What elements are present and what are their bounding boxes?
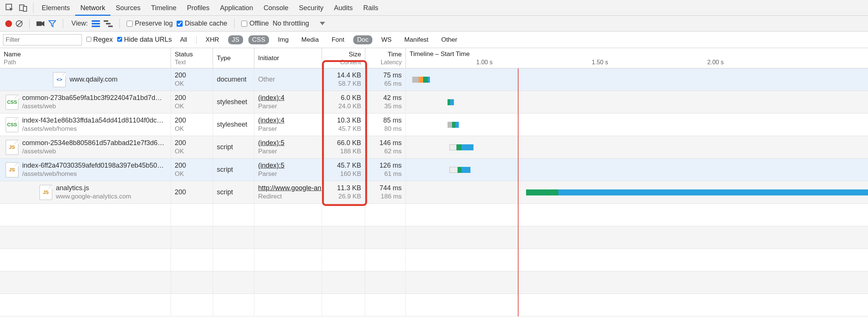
table-row[interactable]: JSanalytics.jswww.google-analytics.com20… bbox=[0, 181, 868, 204]
devtools-tabstrip: ElementsNetworkSourcesTimelineProfilesAp… bbox=[0, 0, 868, 16]
offline-checkbox[interactable]: Offline bbox=[241, 20, 269, 27]
hide-data-urls-checkbox[interactable]: Hide data URLs bbox=[117, 36, 172, 44]
divider bbox=[33, 3, 33, 13]
preserve-log-label: Preserve log bbox=[135, 20, 173, 27]
camera-icon[interactable] bbox=[36, 21, 45, 27]
cell-size: 14.4 KB58.7 KB bbox=[322, 68, 365, 91]
cell-type: script bbox=[213, 136, 254, 158]
filter-type-media[interactable]: Media bbox=[298, 35, 322, 44]
header-size[interactable]: Size Content bbox=[322, 48, 365, 68]
filter-input[interactable] bbox=[3, 34, 82, 45]
header-time[interactable]: Time Latency bbox=[365, 48, 406, 68]
filter-type-other[interactable]: Other bbox=[437, 35, 461, 44]
js-file-icon: JS bbox=[39, 185, 52, 200]
svg-rect-3 bbox=[36, 21, 42, 26]
waterfall-bar bbox=[412, 77, 419, 83]
throttling-select[interactable]: No throttling bbox=[273, 20, 332, 27]
filter-type-all[interactable]: All bbox=[176, 35, 191, 44]
tab-sources[interactable]: Sources bbox=[110, 0, 146, 16]
clear-button-icon[interactable] bbox=[16, 20, 23, 27]
cell-time: 42 ms35 ms bbox=[365, 91, 406, 113]
disable-cache-input[interactable] bbox=[177, 21, 183, 27]
waterfall-bar bbox=[423, 77, 428, 83]
tab-console[interactable]: Console bbox=[259, 0, 294, 16]
waterfall-icon[interactable] bbox=[104, 20, 113, 27]
header-name[interactable]: Name Path bbox=[0, 48, 171, 68]
filter-type-js[interactable]: JS bbox=[228, 35, 243, 44]
cell-type: script bbox=[213, 181, 254, 203]
tab-rails[interactable]: Rails bbox=[358, 0, 384, 16]
tab-timeline[interactable]: Timeline bbox=[146, 0, 181, 16]
hide-data-urls-input[interactable] bbox=[117, 37, 122, 42]
inspect-element-icon[interactable] bbox=[3, 0, 17, 16]
table-row[interactable]: CSScommon-273ba65e9fa1bc3f9224047a1bd7d3… bbox=[0, 91, 868, 114]
initiator-link[interactable]: (index):5 bbox=[258, 139, 318, 147]
cell-initiator: (index):4Parser bbox=[254, 114, 322, 136]
divider bbox=[234, 19, 234, 29]
initiator-link[interactable]: http://www.google-an… bbox=[258, 184, 318, 192]
timeline-tick: 2.00 s bbox=[707, 48, 724, 68]
table-row[interactable]: CSSindex-f43e1e86b33ffda1a54dd41d81104f0… bbox=[0, 114, 868, 136]
waterfall-bar bbox=[558, 189, 868, 195]
regex-checkbox[interactable]: Regex bbox=[86, 36, 113, 44]
cell-status: 200OK bbox=[171, 159, 213, 181]
cell-name: JSindex-6ff2a47030359afefd0198a397eb45b5… bbox=[0, 159, 171, 181]
device-toolbar-icon[interactable] bbox=[17, 0, 30, 16]
regex-input[interactable] bbox=[86, 37, 91, 42]
filter-type-xhr[interactable]: XHR bbox=[202, 35, 223, 44]
tab-audits[interactable]: Audits bbox=[329, 0, 358, 16]
table-row-empty bbox=[0, 204, 868, 226]
preserve-log-input[interactable] bbox=[127, 21, 133, 27]
filter-funnel-icon[interactable] bbox=[48, 20, 56, 27]
view-label: View: bbox=[71, 20, 88, 27]
request-name: common-273ba65e9fa1bc3f9224047a1bd7d3f6b… bbox=[22, 94, 165, 102]
waterfall-bar bbox=[419, 77, 423, 83]
timeline-tick: 1.50 s bbox=[592, 48, 608, 68]
divider bbox=[29, 19, 30, 29]
initiator-link[interactable]: (index):4 bbox=[258, 94, 318, 102]
header-initiator[interactable]: Initiator bbox=[254, 48, 322, 68]
record-button-icon[interactable] bbox=[5, 20, 12, 27]
waterfall-bar bbox=[457, 144, 461, 150]
cell-initiator: (index):5Parser bbox=[254, 159, 322, 181]
offline-input[interactable] bbox=[241, 21, 247, 27]
tab-application[interactable]: Application bbox=[215, 0, 259, 16]
header-type[interactable]: Type bbox=[213, 48, 254, 68]
cell-status: 200 bbox=[171, 181, 213, 203]
svg-rect-2 bbox=[23, 6, 27, 11]
cell-size: 11.3 KB26.9 KB bbox=[322, 181, 365, 203]
cell-name: JSanalytics.jswww.google-analytics.com bbox=[0, 181, 171, 203]
tab-profiles[interactable]: Profiles bbox=[181, 0, 215, 16]
table-row[interactable]: JSindex-6ff2a47030359afefd0198a397eb45b5… bbox=[0, 159, 868, 181]
filter-type-font[interactable]: Font bbox=[328, 35, 348, 44]
waterfall-bar bbox=[461, 144, 473, 150]
cell-type: stylesheet bbox=[213, 91, 254, 113]
request-name: analytics.js bbox=[56, 184, 131, 192]
filter-type-manifest[interactable]: Manifest bbox=[401, 35, 432, 44]
table-row[interactable]: JScommon-2534e8b805861d57abbad21e7f3d674… bbox=[0, 136, 868, 159]
tab-network[interactable]: Network bbox=[75, 0, 110, 16]
svg-rect-7 bbox=[104, 20, 108, 22]
cell-time: 126 ms61 ms bbox=[365, 159, 406, 181]
preserve-log-checkbox[interactable]: Preserve log bbox=[127, 20, 173, 27]
header-status[interactable]: Status Text bbox=[171, 48, 213, 68]
table-row[interactable]: <>www.qdaily.com200OKdocumentOther14.4 K… bbox=[0, 68, 868, 91]
disable-cache-checkbox[interactable]: Disable cache bbox=[177, 20, 227, 27]
network-toolbar: View: Preserve log Disable cache Offline… bbox=[0, 16, 868, 32]
filter-type-css[interactable]: CSS bbox=[248, 35, 269, 44]
tab-elements[interactable]: Elements bbox=[36, 0, 75, 16]
network-table-header: Name Path Status Text Type Initiator Siz… bbox=[0, 48, 868, 68]
divider bbox=[119, 19, 120, 29]
tab-security[interactable]: Security bbox=[294, 0, 329, 16]
request-path: www.google-analytics.com bbox=[56, 193, 131, 200]
filter-type-doc[interactable]: Doc bbox=[353, 35, 372, 44]
request-path: /assets/web/homes bbox=[22, 125, 165, 133]
request-name: www.qdaily.com bbox=[70, 76, 118, 83]
css-file-icon: CSS bbox=[6, 95, 18, 110]
header-timeline[interactable]: Timeline – Start Time 1.00 s1.50 s2.00 s bbox=[406, 48, 868, 68]
large-rows-icon[interactable] bbox=[92, 20, 100, 27]
filter-type-ws[interactable]: WS bbox=[378, 35, 395, 44]
filter-type-img[interactable]: Img bbox=[274, 35, 292, 44]
initiator-link[interactable]: (index):5 bbox=[258, 162, 318, 170]
initiator-link[interactable]: (index):4 bbox=[258, 117, 318, 124]
